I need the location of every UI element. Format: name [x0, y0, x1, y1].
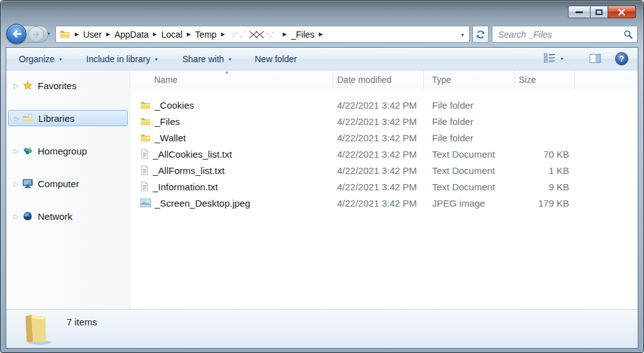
minimize-button[interactable] — [568, 6, 591, 18]
file-rows: _Cookies 4/22/2021 3:42 PM File folder _… — [130, 97, 638, 211]
column-header-name[interactable]: Name ▲ — [130, 70, 333, 89]
recent-pages-caret[interactable]: ▼ — [47, 31, 51, 36]
table-row[interactable]: _Files 4/22/2021 3:42 PM File folder — [130, 113, 638, 129]
homegroup-icon — [22, 146, 33, 156]
sidebar-item-label: Network — [38, 211, 72, 222]
file-name: _Screen_Desktop.jpeg — [155, 198, 250, 209]
chevron-down-icon: ▼ — [560, 55, 564, 61]
file-date-modified: 4/22/2021 3:42 PM — [333, 133, 424, 143]
table-row[interactable]: _Wallet 4/22/2021 3:42 PM File folder — [130, 129, 638, 146]
chevron-down-icon: ▼ — [228, 56, 232, 62]
forward-button[interactable] — [28, 26, 44, 42]
breadcrumb-user[interactable]: User — [83, 30, 102, 40]
selected-folder-icon — [18, 311, 54, 346]
column-header-size[interactable]: Size — [515, 70, 575, 89]
file-type: JPEG image — [424, 198, 515, 209]
computer-icon — [22, 178, 33, 188]
column-headers: Name ▲ Date modified Type Size — [130, 70, 638, 89]
new-folder-label: New folder — [255, 54, 297, 64]
file-name: _AllForms_list.txt — [153, 165, 225, 176]
expander-icon[interactable]: ▷ — [11, 213, 21, 220]
close-icon — [618, 9, 626, 16]
breadcrumb-separator: ▶ — [221, 31, 225, 37]
chevron-down-icon: ▼ — [154, 56, 158, 62]
expander-icon[interactable]: ▷ — [11, 180, 21, 187]
include-in-library-button[interactable]: Include in library ▼ — [86, 48, 158, 70]
table-row[interactable]: _AllCookies_list.txt 4/22/2021 3:42 PM T… — [130, 146, 638, 162]
libraries-icon — [23, 113, 34, 123]
refresh-button[interactable] — [472, 26, 489, 43]
breadcrumb-local[interactable]: Local — [162, 30, 182, 40]
breadcrumb-redacted-scribble[interactable] — [231, 30, 277, 40]
table-row[interactable]: _Information.txt 4/22/2021 3:42 PM Text … — [130, 178, 638, 195]
search-input[interactable]: Search _Files — [492, 26, 638, 43]
breadcrumb-separator: ▶ — [106, 31, 110, 37]
breadcrumb-appdata[interactable]: AppData — [114, 30, 148, 40]
views-icon — [543, 53, 556, 63]
close-button[interactable] — [608, 6, 636, 18]
breadcrumb-separator: ▶ — [75, 31, 79, 37]
file-name: _Files — [155, 116, 180, 127]
column-header-type[interactable]: Type — [424, 70, 515, 89]
file-name: _AllCookies_list.txt — [153, 149, 232, 160]
expander-icon[interactable]: ▷ — [11, 82, 21, 89]
preview-pane-button[interactable] — [589, 53, 601, 66]
preview-pane-icon — [589, 53, 601, 63]
star-icon — [22, 80, 33, 90]
refresh-icon — [475, 30, 486, 40]
expander-icon[interactable]: ▷ — [12, 115, 21, 122]
text-file-icon — [140, 182, 149, 192]
explorer-window: ▼ ▶ User ▶ AppData ▶ Local ▶ Temp ▶ ▶ _F… — [0, 0, 644, 353]
column-header-date-modified[interactable]: Date modified — [333, 70, 424, 89]
sidebar-item-label: Favorites — [38, 80, 77, 91]
help-button[interactable]: ? — [615, 52, 628, 65]
column-header-filler — [575, 70, 638, 89]
image-file-icon — [140, 198, 151, 207]
address-folder-icon — [60, 30, 70, 39]
file-date-modified: 4/22/2021 3:42 PM — [333, 149, 424, 160]
sidebar-item-label: Libraries — [38, 113, 75, 124]
new-folder-button[interactable]: New folder — [255, 48, 297, 70]
change-view-button[interactable]: ▼ — [543, 53, 564, 63]
address-bar[interactable]: ▶ User ▶ AppData ▶ Local ▶ Temp ▶ ▶ _Fil… — [55, 26, 470, 43]
breadcrumb-files[interactable]: _Files — [291, 30, 314, 40]
organize-button[interactable]: Organize ▼ — [19, 48, 63, 70]
sidebar-item-libraries[interactable]: ▷ Libraries — [8, 110, 128, 126]
column-header-label: Date modified — [337, 75, 391, 85]
sidebar-item-homegroup[interactable]: ▷ Homegroup — [8, 143, 128, 159]
forward-arrow-icon — [32, 31, 41, 38]
item-count: 7 items — [67, 317, 97, 327]
table-row[interactable]: _Screen_Desktop.jpeg 4/22/2021 3:42 PM J… — [130, 195, 638, 211]
file-date-modified: 4/22/2021 3:42 PM — [333, 165, 424, 176]
file-size: 1 KB — [515, 165, 575, 176]
breadcrumb-separator: ▶ — [283, 31, 287, 37]
include-in-library-label: Include in library — [86, 54, 150, 64]
file-date-modified: 4/22/2021 3:42 PM — [333, 198, 424, 209]
breadcrumb-temp[interactable]: Temp — [195, 30, 216, 40]
file-type: File folder — [424, 133, 515, 143]
table-row[interactable]: _Cookies 4/22/2021 3:42 PM File folder — [130, 97, 638, 113]
minimize-icon — [575, 11, 583, 13]
table-row[interactable]: _AllForms_list.txt 4/22/2021 3:42 PM Tex… — [130, 162, 638, 178]
expander-icon[interactable]: ▷ — [11, 148, 21, 155]
back-arrow-icon — [11, 30, 22, 38]
share-with-button[interactable]: Share with ▼ — [182, 48, 232, 70]
network-icon — [22, 211, 33, 221]
search-icon — [623, 30, 633, 40]
file-size: 9 KB — [515, 182, 575, 192]
sidebar-item-computer[interactable]: ▷ Computer — [8, 175, 128, 192]
sidebar-item-favorites[interactable]: ▷ Favorites — [8, 77, 128, 94]
back-button[interactable] — [6, 24, 26, 44]
maximize-button[interactable] — [591, 6, 608, 18]
share-with-label: Share with — [182, 54, 224, 64]
sidebar-item-network[interactable]: ▷ Network — [8, 208, 128, 224]
address-dropdown-caret[interactable]: ▼ — [460, 33, 465, 37]
file-size: 70 KB — [515, 149, 575, 160]
text-file-icon — [140, 165, 149, 175]
help-icon: ? — [619, 54, 625, 63]
content-shell: Organize ▼ Include in library ▼ Share wi… — [6, 47, 638, 349]
file-type: File folder — [424, 116, 515, 127]
column-header-label: Type — [432, 75, 451, 85]
file-list: Name ▲ Date modified Type Size _Cookies … — [130, 70, 638, 309]
navigation-pane: ▷ Favorites ▷ Libraries ▷ Homegroup ▷ — [6, 70, 130, 309]
